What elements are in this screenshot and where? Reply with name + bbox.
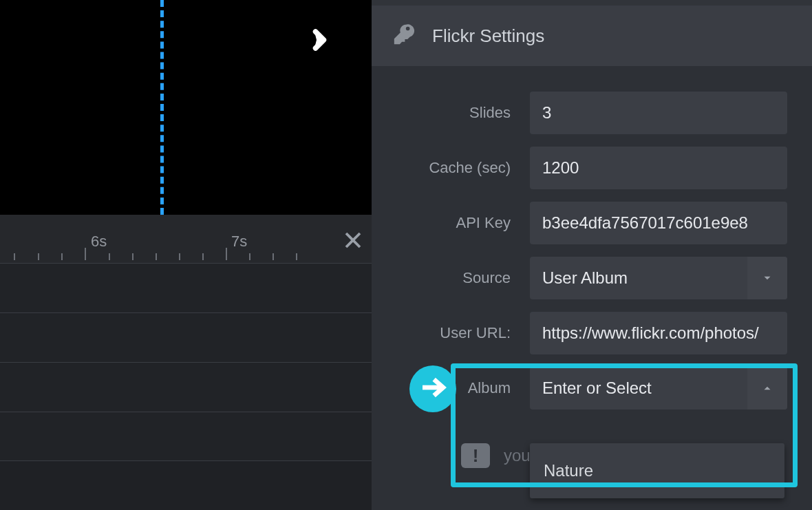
tick-label: 6s <box>91 233 107 251</box>
row-userurl: User URL: https://www.flickr.com/photos/ <box>399 311 787 355</box>
track-row[interactable] <box>0 412 372 461</box>
callout-badge <box>409 365 456 412</box>
label-cache: Cache (sec) <box>399 159 530 177</box>
tick-label: 7s <box>231 233 247 251</box>
preview-viewport <box>0 0 372 215</box>
panel-header: Flickr Settings <box>372 6 812 66</box>
input-apikey[interactable]: b3ee4dfa7567017c601e9e8 <box>530 202 787 244</box>
label-source: Source <box>399 269 530 287</box>
row-apikey: API Key b3ee4dfa7567017c601e9e8 <box>399 201 787 245</box>
label-userurl: User URL: <box>399 324 530 342</box>
warning-icon: ! <box>461 443 490 468</box>
track-row[interactable] <box>0 312 372 362</box>
row-album: Album Enter or Select <box>399 366 787 410</box>
chevron-up-icon <box>747 367 787 410</box>
label-apikey: API Key <box>399 214 530 232</box>
close-timeline-button[interactable] <box>341 230 365 253</box>
input-slides[interactable]: 3 <box>530 92 787 134</box>
input-userurl[interactable]: https://www.flickr.com/photos/ <box>530 312 787 354</box>
arrow-right-icon <box>419 374 447 404</box>
next-slide-button[interactable] <box>306 29 331 54</box>
chevron-down-icon <box>747 257 787 299</box>
input-cache[interactable]: 1200 <box>530 147 787 189</box>
row-cache: Cache (sec) 1200 <box>399 146 787 190</box>
left-pane: 6s 7s <box>0 0 372 510</box>
track-row[interactable] <box>0 263 372 312</box>
panel-top-strip <box>372 0 812 6</box>
row-source: Source User Album <box>399 256 787 300</box>
panel-title: Flickr Settings <box>432 25 544 47</box>
guide-line <box>160 0 164 215</box>
select-source-value: User Album <box>542 268 628 288</box>
settings-panel: Flickr Settings Slides 3 Cache (sec) 120… <box>372 0 812 510</box>
timeline-tracks[interactable] <box>0 263 372 510</box>
track-row[interactable] <box>0 362 372 412</box>
label-slides: Slides <box>399 104 530 122</box>
settings-form: Slides 3 Cache (sec) 1200 API Key b3ee4d… <box>372 66 812 510</box>
key-icon <box>392 23 416 49</box>
close-icon <box>343 230 363 253</box>
select-album-placeholder: Enter or Select <box>542 379 652 398</box>
chevron-right-icon <box>306 28 331 55</box>
select-album[interactable]: Enter or Select <box>530 367 787 410</box>
row-slides: Slides 3 <box>399 91 787 135</box>
album-option[interactable]: Nature <box>530 449 784 493</box>
select-source[interactable]: User Album <box>530 257 787 299</box>
timeline-ruler[interactable]: 6s 7s <box>0 215 372 263</box>
album-dropdown[interactable]: Nature <box>530 443 784 498</box>
